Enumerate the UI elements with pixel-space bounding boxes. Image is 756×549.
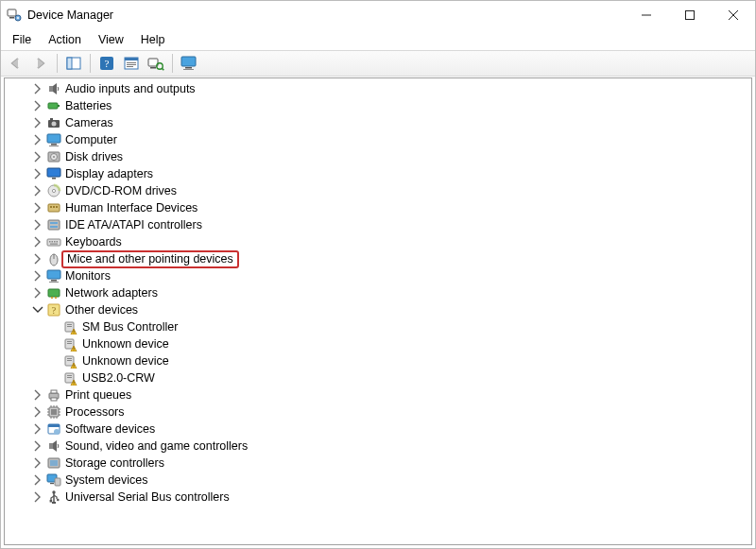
svg-rect-5 bbox=[67, 58, 72, 69]
toolbar-help-button[interactable]: ? bbox=[95, 53, 118, 74]
expand-icon[interactable] bbox=[31, 201, 44, 214]
monitor-icon bbox=[46, 132, 61, 147]
tree-item-kbd[interactable]: Keyboards bbox=[5, 233, 751, 250]
tree-item-hid[interactable]: Human Interface Devices bbox=[5, 199, 751, 216]
tree-item-storage[interactable]: Storage controllers bbox=[5, 455, 751, 472]
expand-icon[interactable] bbox=[31, 439, 44, 453]
toolbar-show-hide-console-tree-button[interactable] bbox=[62, 53, 85, 74]
window-close-button[interactable] bbox=[712, 1, 755, 29]
printer-icon bbox=[46, 387, 61, 403]
tree-item-sys[interactable]: System devices bbox=[5, 472, 751, 489]
expand-icon[interactable] bbox=[31, 99, 44, 112]
unknown-icon bbox=[63, 319, 78, 335]
tree-item-usb[interactable]: Universal Serial Bus controllers bbox=[5, 489, 751, 506]
tree-item-audio[interactable]: Audio inputs and outputs bbox=[5, 80, 751, 97]
unknown-icon bbox=[63, 370, 78, 386]
expand-icon[interactable] bbox=[31, 150, 44, 163]
cpu-icon bbox=[46, 404, 61, 420]
window-minimize-button[interactable] bbox=[625, 1, 668, 29]
expand-icon[interactable] bbox=[31, 218, 44, 232]
expand-icon[interactable] bbox=[31, 490, 44, 504]
tree-item-label: Cameras bbox=[65, 116, 113, 129]
arrow-left-icon bbox=[9, 57, 24, 70]
expand-icon[interactable] bbox=[31, 405, 44, 419]
menu-view[interactable]: View bbox=[91, 31, 131, 48]
tree-item-mon[interactable]: Monitors bbox=[5, 267, 751, 284]
toolbar-separator bbox=[172, 54, 173, 73]
tree-item-other[interactable]: Other devices bbox=[5, 301, 751, 318]
tree-item-label: Computer bbox=[65, 133, 117, 146]
menu-file[interactable]: File bbox=[5, 31, 39, 48]
hid-icon bbox=[46, 200, 61, 215]
nic-icon bbox=[46, 285, 61, 300]
toolbar-properties-button[interactable] bbox=[120, 53, 143, 74]
tree-item-label: Batteries bbox=[65, 99, 112, 112]
tree-item-batt[interactable]: Batteries bbox=[5, 97, 751, 114]
expand-icon[interactable] bbox=[31, 269, 44, 283]
tree-item-soft[interactable]: Software devices bbox=[5, 420, 751, 437]
expand-icon[interactable] bbox=[31, 388, 44, 402]
svg-rect-16 bbox=[181, 57, 196, 66]
device-tree-panel[interactable]: Audio inputs and outputsBatteriesCameras… bbox=[4, 77, 752, 545]
keyboard-icon bbox=[46, 234, 61, 249]
menu-help[interactable]: Help bbox=[133, 31, 173, 48]
arrow-right-icon bbox=[33, 57, 48, 70]
tree-item-dispad[interactable]: Display adapters bbox=[5, 165, 751, 182]
expand-icon[interactable] bbox=[31, 116, 44, 129]
tree-item-cam[interactable]: Cameras bbox=[5, 114, 751, 131]
tree-item-comp[interactable]: Computer bbox=[5, 131, 751, 148]
tree-item-other-u1[interactable]: Unknown device bbox=[5, 335, 751, 352]
tree-item-sound[interactable]: Sound, video and game controllers bbox=[5, 437, 751, 455]
toolbar-back-button[interactable] bbox=[5, 53, 27, 74]
toolbar: ? bbox=[1, 50, 755, 77]
camera-icon bbox=[46, 115, 61, 130]
expand-icon[interactable] bbox=[31, 473, 44, 487]
monitor-icon bbox=[46, 268, 61, 283]
expander-placeholder bbox=[48, 320, 61, 334]
tree-item-label: IDE ATA/ATAPI controllers bbox=[65, 218, 202, 232]
expand-icon[interactable] bbox=[31, 252, 44, 266]
toolbar-separator bbox=[57, 54, 58, 73]
tree-item-ide[interactable]: IDE ATA/ATAPI controllers bbox=[5, 216, 751, 233]
collapse-icon[interactable] bbox=[31, 303, 44, 317]
software-icon bbox=[46, 421, 61, 437]
window-maximize-button[interactable] bbox=[668, 1, 712, 29]
expand-icon[interactable] bbox=[31, 167, 44, 180]
expand-icon[interactable] bbox=[31, 133, 44, 146]
tree-item-other-sm[interactable]: SM Bus Controller bbox=[5, 318, 751, 335]
toolbar-forward-button[interactable] bbox=[29, 53, 52, 74]
expand-icon[interactable] bbox=[31, 235, 44, 249]
panel-icon bbox=[66, 57, 81, 70]
expand-icon[interactable] bbox=[31, 184, 44, 197]
tree-item-label: Network adapters bbox=[65, 286, 158, 300]
tree-item-net[interactable]: Network adapters bbox=[5, 284, 751, 301]
toolbar-monitor-button[interactable] bbox=[178, 53, 200, 74]
svg-rect-11 bbox=[127, 64, 136, 65]
tree-item-prn[interactable]: Print queues bbox=[5, 386, 751, 403]
tree-item-label: Software devices bbox=[65, 422, 155, 436]
svg-rect-14 bbox=[150, 67, 156, 69]
tree-item-disk[interactable]: Disk drives bbox=[5, 148, 751, 165]
device-tree: Audio inputs and outputsBatteriesCameras… bbox=[5, 78, 751, 507]
expand-icon[interactable] bbox=[31, 422, 44, 436]
menu-action[interactable]: Action bbox=[41, 31, 89, 48]
expand-icon[interactable] bbox=[31, 82, 44, 95]
tree-item-mice[interactable]: Mice and other pointing devices bbox=[5, 250, 751, 267]
expand-icon[interactable] bbox=[31, 456, 44, 470]
speaker-icon bbox=[46, 81, 61, 96]
tree-item-label: Monitors bbox=[65, 269, 111, 283]
tree-item-label: Processors bbox=[65, 405, 125, 419]
tree-item-label: SM Bus Controller bbox=[82, 320, 178, 334]
expand-icon[interactable] bbox=[31, 286, 44, 300]
svg-rect-17 bbox=[185, 67, 192, 69]
tree-item-proc[interactable]: Processors bbox=[5, 403, 751, 420]
tree-item-dvd[interactable]: DVD/CD-ROM drives bbox=[5, 182, 751, 199]
unknown-icon bbox=[63, 353, 78, 369]
toolbar-scan-hardware-button[interactable] bbox=[145, 53, 167, 74]
tree-item-label: Other devices bbox=[65, 303, 138, 317]
system-icon bbox=[46, 472, 61, 488]
tree-item-other-crw[interactable]: USB2.0-CRW bbox=[5, 369, 751, 386]
tree-item-other-u2[interactable]: Unknown device bbox=[5, 352, 751, 369]
tree-item-label: Storage controllers bbox=[65, 456, 164, 470]
tree-item-label: System devices bbox=[65, 473, 148, 487]
